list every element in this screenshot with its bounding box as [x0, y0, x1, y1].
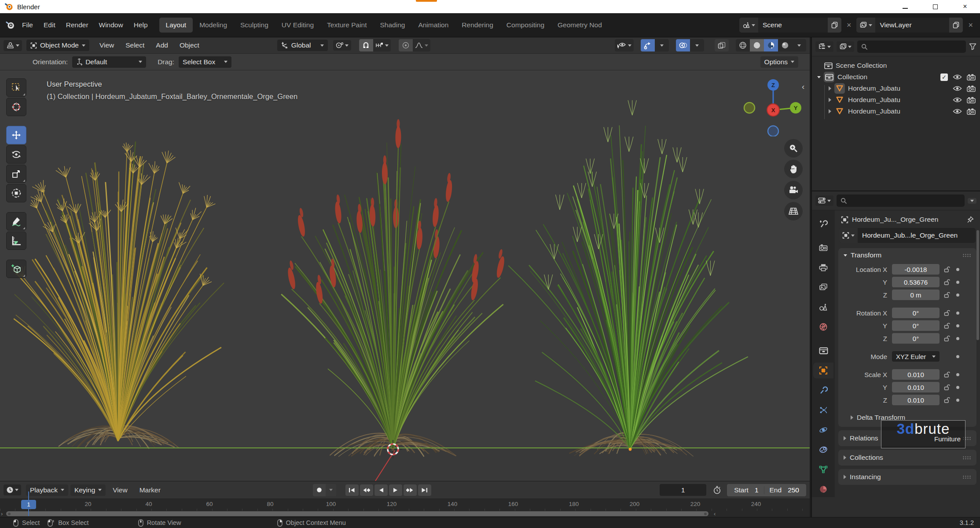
- zoom-view-button[interactable]: [784, 139, 803, 158]
- region-expand-arrow[interactable]: ›: [1, 510, 3, 517]
- timeline-view-menu[interactable]: View: [108, 484, 132, 496]
- disable-render-camera-icon[interactable]: [967, 85, 976, 92]
- tab-animation[interactable]: Animation: [411, 18, 455, 33]
- lock-icon[interactable]: [944, 335, 951, 342]
- timeline-editor-selector[interactable]: [4, 484, 21, 495]
- timeline-ruler[interactable]: 20 40 60 80 100 120 140 160 180 200 220 …: [0, 499, 810, 511]
- collapse-arrow-icon[interactable]: [829, 86, 831, 91]
- viewlayer-name[interactable]: ViewLayer: [875, 21, 949, 29]
- properties-editor-selector[interactable]: [815, 195, 833, 206]
- tool-scale[interactable]: [6, 165, 26, 183]
- tool-rotate[interactable]: [6, 145, 26, 164]
- lock-icon[interactable]: [944, 310, 951, 316]
- panel-grip[interactable]: [962, 253, 971, 257]
- animate-dot[interactable]: [956, 324, 959, 327]
- close-button[interactable]: ×: [962, 3, 969, 10]
- end-frame-field[interactable]: End250: [764, 486, 804, 494]
- tool-transform[interactable]: [6, 184, 26, 202]
- scale-z-field[interactable]: 0.010: [892, 395, 940, 405]
- tool-measure[interactable]: [6, 231, 26, 250]
- proportional-falloff-selector[interactable]: [413, 39, 430, 51]
- tab-compositing[interactable]: Compositing: [500, 18, 551, 33]
- axis-neg-z-handle[interactable]: [768, 126, 778, 136]
- shading-dropdown[interactable]: [792, 39, 806, 51]
- tab-geometry-nodes[interactable]: Geometry Nod: [551, 18, 609, 33]
- animate-dot[interactable]: [956, 386, 959, 389]
- menu-select[interactable]: Select: [121, 40, 149, 51]
- scale-x-field[interactable]: 0.010: [892, 369, 940, 380]
- blender-logo-icon[interactable]: [5, 20, 15, 30]
- rotation-y-field[interactable]: 0°: [892, 320, 940, 331]
- sidebar-collapse-arrow[interactable]: ‹: [802, 82, 804, 92]
- current-frame-marker[interactable]: 1: [21, 500, 36, 509]
- outliner-row-scene-collection[interactable]: Scene Collection: [812, 60, 980, 71]
- drag-selector[interactable]: Select Box: [179, 56, 231, 68]
- tab-physics[interactable]: [813, 422, 833, 438]
- tool-add-cube[interactable]: [6, 260, 26, 278]
- location-z-field[interactable]: 0 m: [892, 290, 940, 300]
- animate-dot[interactable]: [956, 268, 959, 271]
- scene-new-button[interactable]: [828, 18, 841, 33]
- tool-annotate[interactable]: [6, 212, 26, 231]
- jump-to-start-button[interactable]: [345, 484, 359, 496]
- timeline-marker-menu[interactable]: Marker: [135, 484, 165, 496]
- tab-modifiers[interactable]: [813, 382, 833, 398]
- tool-select-box[interactable]: [6, 78, 26, 97]
- overlays-dropdown[interactable]: [690, 39, 704, 51]
- menu-window[interactable]: Window: [94, 19, 128, 31]
- collapse-arrow-icon[interactable]: [829, 109, 831, 114]
- outliner-row-object-1[interactable]: Hordeum_Jubatu: [812, 83, 980, 94]
- tab-object-data[interactable]: [813, 462, 833, 477]
- play-button[interactable]: [389, 484, 402, 496]
- tab-scene[interactable]: [813, 299, 833, 315]
- options-dropdown[interactable]: Options: [760, 56, 798, 68]
- orientation-setting-selector[interactable]: Default: [72, 56, 146, 68]
- tab-render[interactable]: [813, 240, 833, 256]
- animate-dot[interactable]: [956, 281, 959, 284]
- next-keyframe-button[interactable]: [404, 484, 417, 496]
- mode-selector[interactable]: Object Mode: [26, 40, 89, 51]
- tab-constraints[interactable]: [813, 442, 833, 458]
- tab-sculpting[interactable]: Sculpting: [234, 18, 275, 33]
- lock-icon[interactable]: [944, 323, 951, 329]
- scene-name[interactable]: Scene: [758, 21, 828, 29]
- viewlayer-new-button[interactable]: [949, 18, 963, 33]
- properties-options-dropdown[interactable]: [968, 198, 976, 204]
- tab-modeling[interactable]: Modeling: [193, 18, 234, 33]
- object-id-browse[interactable]: [839, 228, 858, 243]
- outliner-row-object-2[interactable]: Hordeum_Jubatu: [812, 94, 980, 106]
- proportional-edit-toggle[interactable]: [399, 39, 413, 51]
- location-x-field[interactable]: -0.0018: [892, 264, 940, 275]
- transform-panel-header[interactable]: Transform: [838, 248, 976, 262]
- editor-type-selector[interactable]: [4, 40, 22, 51]
- menu-help[interactable]: Help: [128, 19, 153, 31]
- rotation-mode-dropdown[interactable]: XYZ Euler: [892, 351, 940, 362]
- pan-view-button[interactable]: [784, 160, 803, 178]
- properties-search-input[interactable]: [837, 194, 965, 207]
- pivot-point-selector[interactable]: [333, 40, 351, 51]
- menu-object[interactable]: Object: [175, 40, 204, 51]
- current-frame-field[interactable]: 1: [660, 484, 706, 496]
- hide-eye-icon[interactable]: [953, 108, 962, 114]
- navigation-gizmo[interactable]: Z Y X: [743, 79, 809, 136]
- camera-view-button[interactable]: [784, 181, 803, 199]
- location-y-field[interactable]: 0.53676: [892, 277, 940, 287]
- disable-render-camera-icon[interactable]: [967, 74, 976, 81]
- scale-y-field[interactable]: 0.010: [892, 382, 940, 392]
- lock-icon[interactable]: [944, 279, 951, 286]
- tab-object[interactable]: [813, 363, 833, 378]
- tab-tool[interactable]: [813, 216, 833, 231]
- breadcrumb-object-name[interactable]: Hordeum_Ju..._Orge_Green: [852, 216, 938, 224]
- toggle-ortho-button[interactable]: [784, 202, 803, 220]
- outliner-display-mode-selector[interactable]: [837, 41, 854, 52]
- properties-scrollbar[interactable]: [976, 230, 979, 340]
- start-frame-field[interactable]: Start1: [729, 486, 763, 494]
- tab-layout[interactable]: Layout: [159, 18, 193, 33]
- gizmo-dropdown[interactable]: [655, 39, 669, 51]
- tab-rendering[interactable]: Rendering: [455, 18, 500, 33]
- menu-view[interactable]: View: [95, 40, 119, 51]
- animate-dot[interactable]: [956, 373, 959, 376]
- show-overlays-toggle[interactable]: [676, 39, 690, 51]
- outliner-search-input[interactable]: [857, 40, 966, 53]
- tab-world[interactable]: [813, 319, 833, 335]
